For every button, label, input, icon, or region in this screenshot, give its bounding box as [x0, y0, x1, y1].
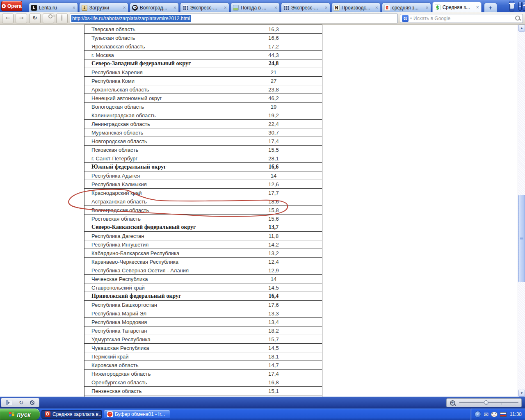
- table-row: Республика Башкортостан17,6: [84, 301, 322, 309]
- russian-flag-language-icon[interactable]: [500, 412, 507, 417]
- browser-tab[interactable]: Ясредняя з...×: [382, 2, 431, 12]
- scroll-up-button[interactable]: ▲: [518, 25, 525, 32]
- value-cell: 16,6: [225, 163, 322, 171]
- zoom-slider-thumb[interactable]: [484, 400, 488, 405]
- table-row: Тверская область16,3: [84, 25, 322, 34]
- tab-close-icon[interactable]: ×: [173, 5, 176, 11]
- region-cell: Удмуртская Республика: [84, 335, 225, 344]
- browser-tab[interactable]: NПроизводс...×: [331, 2, 381, 12]
- reload-button[interactable]: ↻: [29, 14, 41, 23]
- back-button[interactable]: ←: [2, 14, 14, 23]
- table-row: Ярославская область17,2: [84, 42, 322, 51]
- table-row: Архангельская область23,8: [84, 85, 322, 94]
- value-cell: 13,4: [225, 318, 322, 326]
- status-toolbar: ↻: [1, 398, 39, 407]
- cow-tray-icon[interactable]: [491, 412, 498, 417]
- value-cell: 14,2: [225, 240, 322, 249]
- hidden-icons-chevron-icon[interactable]: ‹: [475, 411, 481, 418]
- search-icon[interactable]: [515, 15, 521, 21]
- restore-icon: [523, 5, 525, 8]
- opera-menu-button[interactable]: Opera: [1, 1, 22, 11]
- tab-close-icon[interactable]: ×: [224, 5, 227, 11]
- site-badge-button[interactable]: [56, 14, 68, 23]
- forward-button[interactable]: →: [16, 14, 27, 23]
- start-label: пуск: [17, 411, 30, 418]
- sync-icon[interactable]: ↻: [19, 400, 23, 405]
- value-cell: 14,7: [225, 361, 322, 370]
- tab-label: Загрузки: [89, 5, 122, 11]
- value-cell: 16,4: [225, 292, 322, 301]
- scroll-down-button[interactable]: ▼: [518, 390, 525, 397]
- browser-tab[interactable]: Экспресс-...×: [180, 2, 229, 12]
- value-cell: 13,2: [225, 249, 322, 258]
- offline-mode-icon[interactable]: [30, 400, 34, 405]
- search-input[interactable]: G ▾ Искать в Google: [400, 14, 523, 23]
- table-row: Кабардино-Балкарская Республика13,2: [84, 249, 322, 258]
- salary-table: Тверская область16,3Тульская область16,6…: [84, 25, 322, 397]
- tab-label: Производс...: [342, 5, 374, 11]
- value-cell: 17,4: [225, 137, 322, 146]
- tab-label: Погода в ...: [241, 5, 273, 11]
- browser-tab[interactable]: Погода в ...×: [231, 2, 280, 12]
- region-cell: Чувашская Республика: [84, 344, 225, 352]
- table-row: Северо-Западный федеральный округ24,8: [84, 59, 322, 68]
- browser-tab[interactable]: Экспресс-...×: [281, 2, 330, 12]
- table-row: Волгоградская область15,8: [84, 206, 322, 215]
- value-cell: 15,8: [225, 206, 322, 215]
- value-cell: 22,4: [225, 120, 322, 128]
- page-content: Тверская область16,3Тульская область16,6…: [0, 25, 518, 397]
- closed-tabs-trash-button[interactable]: [509, 1, 514, 11]
- region-cell: Республика Мордовия: [84, 318, 225, 326]
- table-row: Республика Татарстан18,2: [84, 326, 322, 335]
- vertical-scrollbar[interactable]: ▲ ▼: [518, 25, 525, 397]
- table-row: Республика Марий Эл13,3: [84, 309, 322, 318]
- search-engine-dropdown-icon[interactable]: ▾: [410, 16, 412, 20]
- wand-password-button[interactable]: [43, 14, 54, 23]
- google-engine-icon[interactable]: G: [402, 15, 409, 22]
- table-row: Республика Коми27: [84, 77, 322, 85]
- lenta-favicon: L: [31, 5, 37, 11]
- region-cell: Республика Башкортостан: [84, 301, 225, 309]
- start-button[interactable]: пуск: [0, 409, 40, 420]
- browser-tab[interactable]: ФВолгоград...×: [130, 2, 179, 12]
- panels-toggle-icon[interactable]: [6, 400, 12, 405]
- salary-table-body: Тверская область16,3Тульская область16,6…: [84, 25, 322, 397]
- tab-close-icon[interactable]: ×: [73, 5, 75, 11]
- value-cell: 16,6: [225, 34, 322, 42]
- tab-close-icon[interactable]: ×: [123, 5, 126, 11]
- table-row: Ленинградская область22,4: [84, 120, 322, 128]
- tab-close-icon[interactable]: ×: [426, 5, 429, 11]
- browser-tab[interactable]: LLenta.ru×: [29, 2, 78, 12]
- region-cell: Вологодская область: [84, 103, 225, 111]
- region-cell: Ставропольский край: [84, 283, 225, 292]
- value-cell: 17,6: [225, 301, 322, 309]
- tab-strip: LLenta.ru×↓Загрузки×ФВолгоград...×Экспре…: [29, 0, 500, 12]
- tab-close-icon[interactable]: ×: [325, 5, 328, 11]
- tab-close-icon[interactable]: ×: [375, 5, 378, 11]
- taskbar-task-opera[interactable]: O Средняя зарплата в...: [41, 410, 102, 419]
- region-cell: Чеченская Республика: [84, 275, 225, 283]
- address-input[interactable]: http://bs-life.ru/rabota/zarplata/zarpla…: [70, 14, 398, 23]
- restore-button[interactable]: [523, 2, 525, 11]
- new-tab-button[interactable]: +: [484, 3, 497, 12]
- browser-tab[interactable]: $Средняя з...×: [432, 2, 482, 12]
- taskbar-task-irfanview[interactable]: Буфер обмена01 - Ir...: [104, 410, 170, 419]
- tray-clock[interactable]: 11:38: [510, 411, 522, 417]
- browser-tab[interactable]: ↓Загрузки×: [79, 2, 128, 12]
- speed-dial-favicon: [283, 5, 289, 11]
- scrollbar-thumb[interactable]: [518, 195, 525, 282]
- dollar-favicon: $: [435, 5, 441, 10]
- zoom-slider-track[interactable]: [459, 402, 518, 403]
- table-row: Республика Ингушетия14,2: [84, 240, 322, 249]
- value-cell: 15,1: [225, 387, 322, 395]
- mail-tray-icon[interactable]: ✉: [484, 411, 488, 417]
- region-cell: Псковская область: [84, 146, 225, 154]
- minimize-button[interactable]: –: [518, 2, 522, 11]
- tab-close-icon[interactable]: ×: [274, 5, 277, 11]
- zoom-icon[interactable]: +: [450, 400, 456, 406]
- value-cell: 17,7: [225, 189, 322, 197]
- region-cell: Тульская область: [84, 34, 225, 42]
- tab-close-icon[interactable]: ×: [476, 5, 479, 10]
- region-cell: Республика Дагестан: [84, 232, 225, 240]
- region-cell: Кабардино-Балкарская Республика: [84, 249, 225, 258]
